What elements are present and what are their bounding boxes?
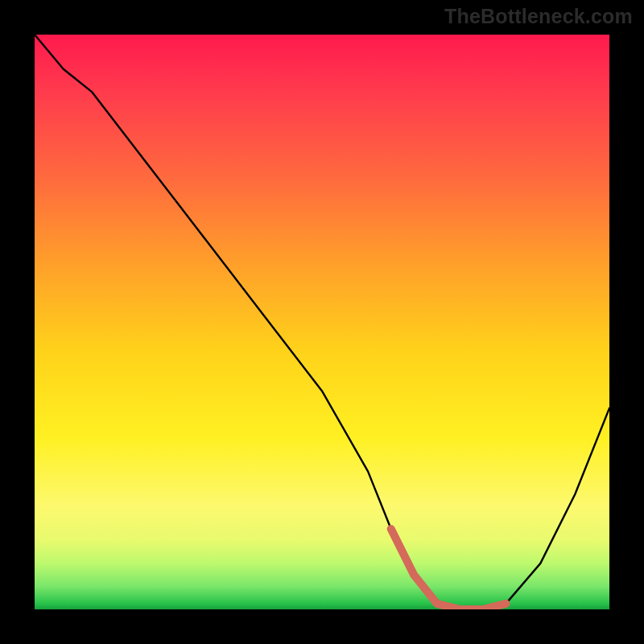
chart-svg: [35, 35, 609, 609]
chart-frame: TheBottleneck.com: [0, 0, 644, 644]
plateau-highlight: [391, 529, 506, 609]
watermark-label: TheBottleneck.com: [444, 5, 633, 28]
plot-area: [35, 35, 609, 609]
bottleneck-curve: [35, 35, 609, 609]
